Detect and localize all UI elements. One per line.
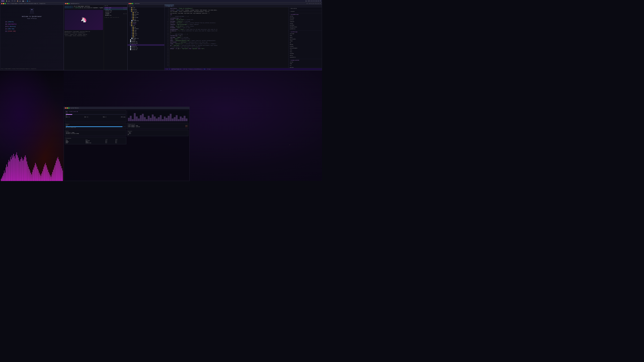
sidebar-item-usersettings[interactable]: ▼userSettings bbox=[290, 31, 321, 33]
minimize-button-2[interactable] bbox=[66, 3, 68, 4]
file-tree-homelab[interactable]: ▶ 📁home lab bbox=[128, 12, 164, 14]
wm-tag[interactable]: Tech bbox=[1, 0, 4, 2]
sidebar-item-np-patches[interactable]: patches bbox=[290, 67, 321, 68]
minimize-button[interactable] bbox=[3, 3, 4, 4]
file-tree-app[interactable]: ▶ 📁app bbox=[128, 26, 164, 28]
eq-bar bbox=[36, 164, 36, 181]
sidebar-item-timezone[interactable]: timezone bbox=[290, 21, 321, 23]
file-item-flakelock[interactable]: flake.lock27.5 K bbox=[104, 7, 127, 8]
minimize-button-sm[interactable] bbox=[66, 107, 68, 109]
sidebar-item-nixpkgspatched[interactable]: ▼nixpkgs-patched bbox=[290, 59, 321, 61]
sidebar-item-np-src[interactable]: src bbox=[290, 65, 321, 67]
cpu-graph-bar bbox=[178, 119, 180, 121]
file-tree-system[interactable]: ▶ 📁system bbox=[128, 22, 164, 23]
browser-link-history[interactable]: [$ h] [History] bbox=[5, 25, 58, 28]
sidebar-item-np-name[interactable]: name bbox=[290, 63, 321, 65]
browser-link-close[interactable]: [x] [Close tab] bbox=[5, 30, 58, 32]
file-tree-desktop[interactable]: 🖼desktop.png bbox=[128, 42, 164, 44]
window-controls[interactable] bbox=[1, 3, 6, 4]
browser-link-newtab[interactable]: [t] [New tab] bbox=[5, 28, 58, 30]
sidebar-item-font[interactable]: font bbox=[290, 51, 321, 53]
code-content[interactable]: description = "Flake of LibrePhoenix"; o… bbox=[169, 7, 288, 68]
file-tree-readmeorg2[interactable]: 📄README.org bbox=[128, 38, 164, 39]
browser-titlebar: file:///home/emmet/.browser/Tech/config/… bbox=[0, 2, 64, 5]
file-tree-hardensh[interactable]: 📄harden.sh bbox=[128, 46, 164, 47]
terminal-pane[interactable]: emmet@snowfire:~$ cd /home/emmet/.dotfil… bbox=[64, 5, 104, 70]
tab-flakenix[interactable]: ❄ flake.nix bbox=[164, 5, 174, 7]
file-tree-installorg[interactable]: 📄install.org bbox=[128, 47, 164, 49]
sidebar-item-email[interactable]: email bbox=[290, 36, 321, 38]
close-button[interactable] bbox=[1, 3, 2, 4]
file-tree-shell[interactable]: ▶ 📁shell bbox=[128, 33, 164, 35]
file-tree-hardware[interactable]: ▶ 📁hardware bbox=[128, 28, 164, 30]
sidebar-item-browser[interactable]: browser bbox=[290, 45, 321, 47]
code-file-tree[interactable]: ▶ 📁.git ▶ 📁patches ▼ 📁profiles ▶ 📁home l… bbox=[128, 7, 164, 70]
file-tree-profiles[interactable]: ▼ 📁profiles bbox=[128, 10, 164, 12]
sidebar-item-spawneditor[interactable]: spawnEditor bbox=[290, 56, 321, 58]
eq-bar bbox=[38, 170, 39, 181]
sidebar-item-outputs[interactable]: ▶outputs bbox=[290, 11, 321, 12]
file-tree-work[interactable]: ▶ 📁work bbox=[128, 15, 164, 17]
maximize-button-sm[interactable] bbox=[68, 107, 70, 109]
window-controls-sm[interactable] bbox=[65, 107, 70, 109]
file-tree-themes[interactable]: ▶ 📁themes bbox=[128, 23, 164, 25]
sidebar-item-wm[interactable]: wm bbox=[290, 42, 321, 44]
file-tree-personal[interactable]: ▶ 📁personal bbox=[128, 13, 164, 15]
sidebar-item-defaultroamdir[interactable]: defaultRoamDir bbox=[290, 47, 321, 49]
browser-link-quickmarks[interactable]: [b] [Quickmarks] bbox=[5, 23, 58, 25]
sidebar-item-editor[interactable]: editor bbox=[290, 55, 321, 56]
sidebar-section-description[interactable]: ▶description bbox=[288, 7, 322, 10]
sidebar-section-outputs[interactable]: ▶outputs bbox=[288, 10, 322, 13]
file-tree-lang[interactable]: ▶ 📁lang bbox=[128, 30, 164, 31]
sidebar-item-term[interactable]: term bbox=[290, 49, 321, 51]
file-item-installorg[interactable]: install.org bbox=[104, 10, 127, 11]
file-tree-wsl[interactable]: ▶ 📁wsl bbox=[128, 18, 164, 20]
maximize-button-3[interactable] bbox=[132, 3, 133, 4]
maximize-button[interactable] bbox=[4, 3, 6, 4]
file-tree-pkgs[interactable]: ▶ 📁pkgs bbox=[128, 31, 164, 33]
file-tree-flakenix[interactable]: ❄flake.nix bbox=[128, 44, 164, 46]
sidebar-item-username[interactable]: username bbox=[290, 33, 321, 35]
close-button-3[interactable] bbox=[129, 3, 130, 4]
file-tree-patches[interactable]: ▶ 📁patches bbox=[128, 9, 164, 10]
window-controls-3[interactable] bbox=[129, 3, 133, 4]
sidebar-item-dotfilesdir[interactable]: dotfilesDir bbox=[290, 38, 321, 40]
file-tree-license[interactable]: 📄LICENSE bbox=[128, 39, 164, 41]
sidebar-item-bootmountpath[interactable]: bootMountPath bbox=[290, 26, 321, 28]
sidebar-item-profile[interactable]: profile bbox=[290, 19, 321, 21]
file-tree-installsh[interactable]: 📄install.sh bbox=[128, 49, 164, 51]
window-controls-2[interactable] bbox=[65, 3, 70, 4]
file-item-installsh[interactable]: install.sh bbox=[104, 11, 127, 13]
file-tree-style[interactable]: ▶ 📁style bbox=[128, 34, 164, 36]
file-item-license[interactable]: LICENSE34.2 K bbox=[104, 13, 127, 14]
close-button-2[interactable] bbox=[65, 3, 66, 4]
code-editor-body: .dotfiles ▶ 📁.git ▶ 📁patches ▼ 📁profiles… bbox=[128, 5, 322, 70]
sidebar-item-name[interactable]: name bbox=[290, 35, 321, 36]
file-tree-git[interactable]: ▶ 📁.git bbox=[128, 7, 164, 9]
browser-link-search[interactable]: [o] [Search] bbox=[5, 21, 58, 23]
minimize-button-3[interactable] bbox=[130, 3, 132, 4]
file-tree-user[interactable]: ▼ 📁user bbox=[128, 25, 164, 27]
sidebar-section-usersettings[interactable]: ▼userSettings username name email dotfil… bbox=[288, 31, 322, 59]
sidebar-section-nixpkgspatched[interactable]: ▼nixpkgs-patched system name src patches bbox=[288, 59, 322, 68]
maximize-button-2[interactable] bbox=[68, 3, 70, 4]
file-tree-readme[interactable]: 📄README.org bbox=[128, 41, 164, 42]
sidebar-item-hostname[interactable]: hostname bbox=[290, 17, 321, 19]
sidebar-item-description[interactable]: ▶description bbox=[290, 8, 321, 9]
sidebar-item-np-system[interactable]: system bbox=[290, 61, 321, 63]
file-item-readme[interactable]: README.org bbox=[104, 14, 127, 16]
sidebar-item-grubdevice[interactable]: grubDevice bbox=[290, 28, 321, 30]
file-item-flakenix[interactable]: flake.nix2.26 K bbox=[104, 8, 127, 10]
file-tree-readmeorg1[interactable]: 📄README.org bbox=[128, 20, 164, 22]
sidebar-section-systemsettings[interactable]: ▼systemSettings system hostname profile … bbox=[288, 13, 322, 31]
sidebar-item-theme[interactable]: theme bbox=[290, 40, 321, 42]
sidebar-item-system[interactable]: system bbox=[290, 15, 321, 17]
sidebar-item-bootmode[interactable]: bootMode bbox=[290, 24, 321, 26]
sidebar-item-locale[interactable]: locale bbox=[290, 23, 321, 25]
sidebar-item-wmtype[interactable]: wmType bbox=[290, 44, 321, 45]
sidebar-item-fontpkg[interactable]: fontPkg bbox=[290, 53, 321, 55]
sidebar-item-systemsettings[interactable]: ▼systemSettings bbox=[290, 14, 321, 15]
close-button-sm[interactable] bbox=[65, 107, 66, 109]
file-tree-worklab[interactable]: ▶ 📁worklab bbox=[128, 17, 164, 18]
file-tree-wm[interactable]: ▶ 📁wm bbox=[128, 36, 164, 38]
